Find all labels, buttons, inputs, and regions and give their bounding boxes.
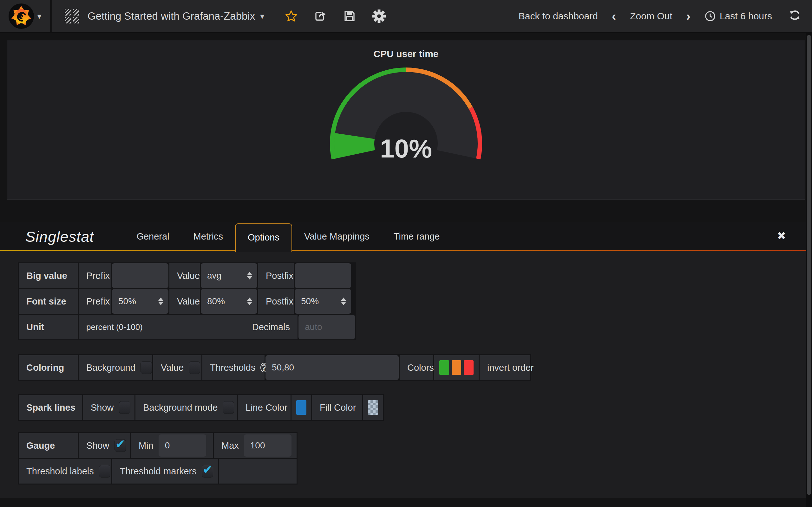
unit-value-cell: percent (0-100) Decimals	[79, 315, 298, 339]
value-checkbox[interactable]: ✔	[189, 361, 200, 374]
save-icon	[343, 9, 356, 23]
font-size-row: Font size Prefix 50% Value 80% Postfix 5…	[19, 289, 355, 314]
prefix-size-select[interactable]: 50%	[112, 289, 168, 314]
caret-down-icon: ▾	[260, 12, 264, 20]
panel-editor: Singlestat General Metrics Options Value…	[0, 222, 812, 498]
sparkline-show-checkbox[interactable]: ✔	[119, 401, 131, 414]
navbar-divider	[50, 0, 52, 32]
editor-panel-type: Singlestat	[26, 228, 94, 245]
threshold-markers-cell: Threshold markers ✔	[112, 459, 218, 484]
line-color-cell	[292, 395, 311, 420]
tab-metrics[interactable]: Metrics	[182, 222, 235, 251]
line-color-label: Line Color	[238, 395, 291, 420]
invert-order-button[interactable]: invert order	[479, 355, 530, 380]
threshold-color-swatch-green[interactable]	[439, 360, 449, 375]
big-value-row: Big value Prefix Value avg Postfix	[19, 263, 355, 288]
gauge-min-input[interactable]	[159, 435, 206, 457]
gear-icon	[372, 9, 386, 23]
dashboard-title: Getting Started with Grafana-Zabbix	[88, 10, 255, 22]
dashboard-area: CPU user time 10%	[0, 33, 812, 200]
gauge-max-cell: Max	[214, 433, 297, 458]
coloring-row: Coloring Background ✔ Value ✔ Thresholds	[19, 355, 530, 380]
spark-lines-block: Spark lines Show ✔ Background mode ✔ Lin…	[18, 394, 384, 421]
value-stat-select[interactable]: avg	[201, 263, 257, 288]
unit-row: Unit percent (0-100) Decimals	[19, 315, 355, 339]
gauge-options-block: Gauge Show ✔ Min Max Thresh	[18, 432, 298, 485]
dashboard-title-button[interactable]: Getting Started with Grafana-Zabbix ▾	[88, 10, 264, 22]
colors-label: Colors	[400, 355, 433, 380]
postfix-size-select[interactable]: 50%	[295, 289, 351, 314]
close-editor-button[interactable]: ✖	[777, 229, 786, 242]
spark-lines-label: Spark lines	[19, 395, 82, 420]
gauge-min-cell: Min	[131, 433, 213, 458]
back-to-dashboard-button[interactable]: Back to dashboard	[519, 11, 598, 21]
gauge-max-input[interactable]	[244, 435, 292, 457]
panel-title[interactable]: CPU user time	[373, 49, 438, 59]
time-range-label: Last 6 hours	[720, 11, 772, 21]
options-tab-content: Big value Prefix Value avg Postfix Font …	[0, 251, 812, 498]
postfix-label: Postfix	[258, 289, 294, 314]
coloring-background-cell: Background ✔	[79, 355, 152, 380]
thresholds-input[interactable]	[265, 355, 399, 380]
scrollbar[interactable]	[806, 33, 812, 507]
background-checkbox[interactable]: ✔	[141, 361, 152, 374]
tab-value-mappings[interactable]: Value Mappings	[292, 222, 382, 251]
gauge-label: Gauge	[19, 433, 78, 458]
unit-label: Unit	[19, 315, 78, 339]
fill-color-swatch[interactable]	[368, 400, 378, 415]
coloring-block: Coloring Background ✔ Value ✔ Thresholds	[18, 354, 531, 381]
threshold-markers-checkbox[interactable]: ✔	[202, 465, 213, 477]
scrollbar-thumb[interactable]	[807, 35, 811, 495]
gauge-show-checkbox[interactable]: ✔	[114, 439, 126, 452]
threshold-color-swatch-orange[interactable]	[452, 360, 461, 375]
grafana-logo-icon	[9, 3, 34, 29]
threshold-labels-cell: Threshold labels ✔	[19, 459, 111, 484]
time-picker-button[interactable]: Last 6 hours	[705, 10, 772, 22]
coloring-value-cell: Value ✔	[153, 355, 201, 380]
singlestat-panel: CPU user time 10%	[7, 40, 805, 200]
value-options-block: Big value Prefix Value avg Postfix Font …	[18, 262, 356, 340]
spinner-icon	[337, 297, 346, 305]
threshold-toggles-row: Threshold labels ✔ Threshold markers ✔	[19, 459, 297, 484]
spinner-icon	[154, 297, 163, 305]
max-label: Max	[221, 441, 239, 451]
zoom-out-button[interactable]: Zoom Out	[630, 11, 672, 21]
background-mode-checkbox[interactable]: ✔	[223, 401, 234, 414]
dashboard-grid-icon	[65, 9, 79, 23]
color-swatches-cell	[434, 355, 478, 380]
threshold-color-swatch-red[interactable]	[464, 360, 473, 375]
gauge-value-label: 10%	[380, 134, 432, 163]
prefix-label: Prefix	[79, 289, 111, 314]
time-shift-left-button[interactable]: ‹	[610, 10, 618, 22]
line-color-swatch[interactable]	[296, 400, 306, 415]
value-size-select[interactable]: 80%	[201, 289, 257, 314]
refresh-button[interactable]	[789, 9, 801, 24]
fill-color-label: Fill Color	[312, 395, 362, 420]
coloring-label: Coloring	[19, 355, 78, 380]
gauge-svg: 10%	[317, 65, 495, 163]
share-button[interactable]	[314, 9, 327, 23]
sparkline-show-cell: Show ✔	[83, 395, 135, 420]
gauge-row: Gauge Show ✔ Min Max	[19, 433, 297, 458]
editor-tabstrip: Singlestat General Metrics Options Value…	[0, 222, 812, 251]
settings-button[interactable]	[372, 9, 386, 23]
grafana-menu-button[interactable]: ▾	[0, 0, 50, 32]
big-value-prefix-input[interactable]	[112, 263, 168, 288]
threshold-labels-checkbox[interactable]: ✔	[99, 465, 110, 477]
check-icon: ✔	[115, 437, 125, 451]
tab-time-range[interactable]: Time range	[382, 222, 452, 251]
share-icon	[314, 9, 327, 23]
navbar: ▾ Getting Started with Grafana-Zabbix ▾	[0, 0, 812, 33]
decimals-label: Decimals	[252, 322, 290, 332]
star-favorite-button[interactable]	[285, 9, 298, 23]
postfix-label: Postfix	[258, 263, 294, 288]
tab-general[interactable]: General	[124, 222, 181, 251]
decimals-input[interactable]	[299, 315, 355, 339]
thresholds-label-cell: Thresholds ?	[202, 355, 264, 380]
gauge-chart: 10%	[317, 65, 495, 164]
unit-select[interactable]: percent (0-100)	[86, 322, 143, 332]
tab-options[interactable]: Options	[235, 223, 292, 252]
big-value-postfix-input[interactable]	[295, 263, 351, 288]
save-button[interactable]	[343, 9, 356, 23]
time-shift-right-button[interactable]: ›	[684, 10, 693, 22]
